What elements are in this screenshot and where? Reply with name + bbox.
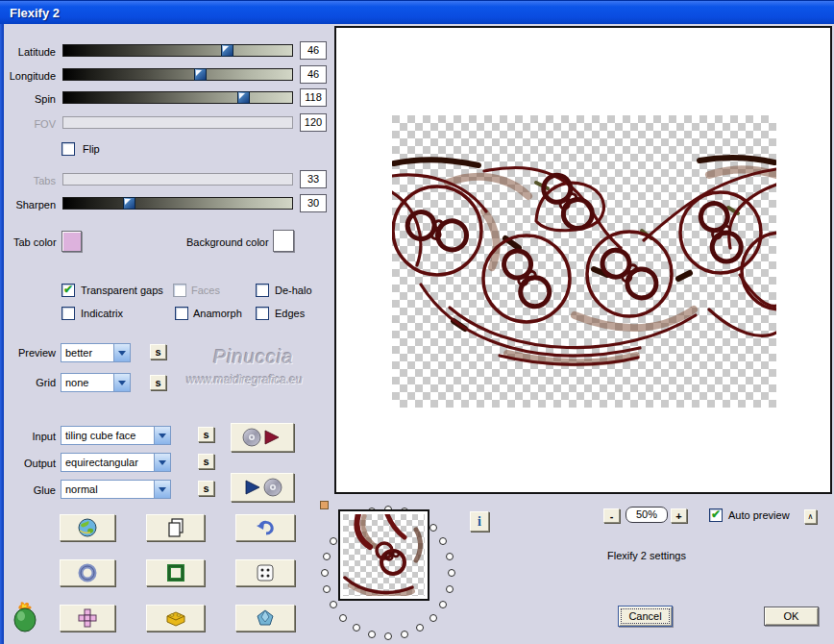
window-title: Flexify 2 bbox=[10, 6, 60, 20]
de-halo-checkbox[interactable] bbox=[256, 284, 269, 297]
rotation-dot[interactable] bbox=[323, 553, 331, 560]
title-bar[interactable]: Flexify 2 bbox=[0, 0, 834, 24]
grid-s-button[interactable]: s bbox=[150, 375, 166, 390]
longitude-thumb[interactable] bbox=[194, 68, 207, 81]
rotation-dot[interactable] bbox=[368, 631, 376, 638]
input-combo-value: tiling cube face bbox=[61, 430, 154, 441]
background-color-swatch[interactable] bbox=[273, 230, 294, 252]
sharpen-slider[interactable] bbox=[62, 197, 293, 210]
glue-combo[interactable]: normal bbox=[61, 480, 171, 499]
zoom-out-button[interactable]: - bbox=[603, 508, 620, 523]
info-button[interactable]: i bbox=[470, 511, 489, 532]
rotation-dot[interactable] bbox=[321, 569, 329, 577]
rotation-dot[interactable] bbox=[439, 601, 447, 608]
rotation-dot[interactable] bbox=[401, 631, 408, 638]
caret-up-icon: ∧ bbox=[808, 512, 814, 521]
longitude-label: Longitude bbox=[0, 70, 56, 82]
latitude-slider-row: Latitude 46 bbox=[0, 44, 331, 63]
cube-net-button[interactable] bbox=[60, 605, 115, 632]
longitude-slider[interactable] bbox=[62, 68, 293, 81]
cube-net-icon bbox=[75, 608, 100, 628]
rotation-dot[interactable] bbox=[339, 614, 347, 622]
tabs-slider-row: Tabs 33 bbox=[0, 173, 331, 192]
spin-slider-row: Spin 118 bbox=[0, 91, 331, 111]
edges-checkbox[interactable] bbox=[256, 307, 269, 320]
rotation-dot[interactable] bbox=[429, 614, 437, 622]
flip-checkbox[interactable] bbox=[61, 142, 75, 156]
rotation-dot[interactable] bbox=[448, 569, 455, 577]
rotation-thumbnail[interactable] bbox=[338, 509, 429, 601]
polyhedron-button[interactable] bbox=[235, 605, 295, 632]
sharpen-slider-row: Sharpen 30 bbox=[0, 197, 331, 216]
latitude-thumb[interactable] bbox=[221, 44, 233, 57]
torus-button[interactable] bbox=[60, 559, 115, 586]
glue-combo-label: Glue bbox=[0, 484, 56, 496]
sharpen-thumb[interactable] bbox=[123, 197, 135, 210]
anamorph-checkbox[interactable] bbox=[175, 307, 188, 320]
rotation-dot[interactable] bbox=[323, 585, 331, 593]
rotation-dot[interactable] bbox=[446, 553, 454, 560]
output-combo-value: equirectangular bbox=[61, 457, 154, 468]
preview-combo[interactable]: better bbox=[61, 343, 131, 362]
preview-s-button[interactable]: s bbox=[150, 344, 166, 359]
cancel-button[interactable]: Cancel bbox=[618, 606, 673, 627]
output-s-button[interactable]: s bbox=[198, 454, 214, 469]
frame-button[interactable] bbox=[146, 559, 205, 586]
preview-combo-label: Preview bbox=[0, 347, 56, 359]
polyhedron-icon bbox=[256, 608, 275, 628]
ok-button[interactable]: OK bbox=[764, 607, 819, 626]
indicatrix-checkbox[interactable] bbox=[61, 307, 75, 320]
copy-button[interactable] bbox=[146, 514, 205, 541]
spin-value[interactable]: 118 bbox=[300, 88, 327, 107]
ok-label: OK bbox=[784, 610, 799, 622]
zoom-in-button[interactable]: + bbox=[671, 508, 687, 523]
bomb-flame-icon bbox=[12, 601, 42, 633]
longitude-value[interactable]: 46 bbox=[300, 65, 327, 84]
random-button[interactable] bbox=[235, 559, 295, 586]
chevron-down-icon[interactable] bbox=[154, 454, 170, 471]
input-s-button[interactable]: s bbox=[198, 427, 214, 442]
rotation-dot[interactable] bbox=[439, 537, 447, 545]
globe-button[interactable] bbox=[60, 514, 115, 541]
flaming-pear-logo[interactable] bbox=[12, 601, 42, 633]
tabs-value[interactable]: 33 bbox=[300, 170, 327, 188]
spin-thumb[interactable] bbox=[237, 91, 250, 104]
tabs-slider bbox=[62, 173, 293, 186]
chevron-down-icon[interactable] bbox=[154, 481, 170, 498]
chevron-down-icon[interactable] bbox=[154, 427, 170, 444]
input-combo[interactable]: tiling cube face bbox=[61, 426, 171, 445]
auto-preview-label: Auto preview bbox=[728, 509, 790, 521]
chevron-down-icon[interactable] bbox=[113, 374, 130, 391]
output-combo[interactable]: equirectangular bbox=[61, 453, 171, 472]
rotation-dot[interactable] bbox=[429, 524, 437, 532]
rotation-dot[interactable] bbox=[384, 632, 392, 640]
plus-icon: + bbox=[675, 510, 681, 522]
grid-combo[interactable]: none bbox=[61, 373, 131, 392]
cd-save-button[interactable] bbox=[231, 473, 294, 502]
latitude-slider[interactable] bbox=[62, 44, 293, 57]
de-halo-label: De-halo bbox=[275, 285, 312, 296]
rotation-dot[interactable] bbox=[416, 624, 424, 632]
rotation-anchor-handle[interactable] bbox=[320, 501, 329, 509]
rotation-dot[interactable] bbox=[330, 537, 337, 545]
edges-label: Edges bbox=[275, 308, 305, 319]
fov-value[interactable]: 120 bbox=[300, 113, 327, 132]
transparent-gaps-checkbox[interactable] bbox=[61, 284, 75, 297]
auto-preview-checkbox[interactable] bbox=[709, 508, 723, 522]
preview-panel[interactable] bbox=[334, 26, 832, 494]
output-combo-label: Output bbox=[0, 458, 56, 469]
cd-load-button[interactable] bbox=[231, 423, 294, 452]
spin-slider[interactable] bbox=[62, 91, 293, 104]
tab-color-swatch[interactable] bbox=[61, 231, 82, 252]
rotation-dot[interactable] bbox=[330, 601, 337, 608]
bricks-button[interactable] bbox=[146, 605, 205, 632]
latitude-value[interactable]: 46 bbox=[300, 41, 327, 60]
undo-button[interactable] bbox=[235, 514, 295, 541]
grid-combo-value: none bbox=[61, 377, 113, 388]
rotation-dot[interactable] bbox=[446, 585, 454, 593]
sharpen-value[interactable]: 30 bbox=[300, 194, 327, 212]
collapse-button[interactable]: ∧ bbox=[804, 509, 817, 524]
chevron-down-icon[interactable] bbox=[113, 344, 130, 361]
glue-s-button[interactable]: s bbox=[198, 481, 214, 496]
rotation-dot[interactable] bbox=[353, 624, 360, 632]
